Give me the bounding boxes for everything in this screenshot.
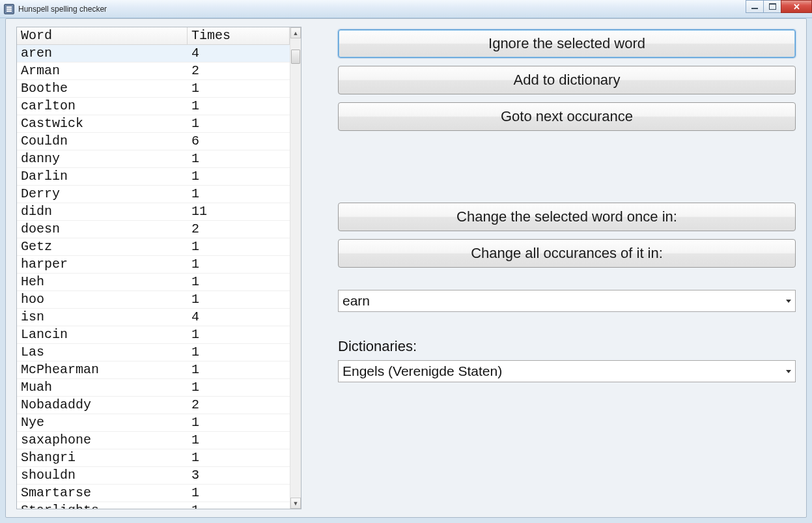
cell-word: didn: [17, 203, 188, 220]
cell-times: 1: [188, 502, 290, 509]
table-row[interactable]: Nobadaddy2: [17, 397, 290, 414]
table-row[interactable]: isn4: [17, 309, 290, 326]
table-row[interactable]: danny1: [17, 150, 290, 168]
table-row[interactable]: Smartarse1: [17, 485, 290, 502]
table-row[interactable]: carlton1: [17, 98, 290, 115]
table-row[interactable]: harper1: [17, 256, 290, 274]
cell-times: 1: [188, 344, 290, 361]
cell-word: Las: [17, 344, 188, 361]
cell-word: Heh: [17, 274, 188, 290]
window-title: Hunspell spelling checker: [18, 5, 107, 14]
chevron-down-icon: [786, 300, 791, 303]
cell-times: 1: [188, 80, 290, 97]
cell-times: 3: [188, 467, 290, 484]
close-button[interactable]: ✕: [781, 0, 812, 13]
table-row[interactable]: Castwick1: [17, 115, 290, 133]
table-row[interactable]: Lancin1: [17, 326, 290, 344]
table-row[interactable]: shouldn3: [17, 467, 290, 485]
dictionaries-label: Dictionaries:: [338, 338, 796, 355]
scroll-thumb[interactable]: [291, 49, 300, 64]
cell-times: 1: [188, 326, 290, 343]
header-times[interactable]: Times: [188, 27, 290, 44]
cell-times: 11: [188, 203, 290, 220]
change-once-button[interactable]: Change the selected word once in:: [338, 203, 796, 231]
cell-times: 1: [188, 291, 290, 308]
cell-times: 1: [188, 98, 290, 115]
titlebar: Hunspell spelling checker ✕: [0, 0, 812, 18]
table-row[interactable]: Getz1: [17, 238, 290, 256]
table-row[interactable]: Arman2: [17, 63, 290, 80]
cell-times: 1: [188, 256, 290, 273]
cell-word: Arman: [17, 63, 188, 79]
cell-times: 1: [188, 432, 290, 449]
cell-times: 1: [188, 168, 290, 185]
maximize-button[interactable]: [763, 0, 781, 13]
table-row[interactable]: Las1: [17, 344, 290, 361]
scroll-down-button[interactable]: ▼: [290, 498, 301, 509]
word-list-inner: Word Times aren4Arman2Boothe1carlton1Cas…: [17, 27, 290, 509]
table-row[interactable]: Muah1: [17, 379, 290, 397]
add-dictionary-button[interactable]: Add to dictionary: [338, 66, 796, 94]
cell-word: saxaphone: [17, 432, 188, 449]
controls-panel: Ignore the selected word Add to dictiona…: [301, 27, 796, 509]
cell-word: aren: [17, 45, 188, 62]
cell-word: hoo: [17, 291, 188, 308]
table-row[interactable]: Derry1: [17, 186, 290, 203]
cell-times: 2: [188, 221, 290, 238]
cell-times: 4: [188, 309, 290, 326]
cell-word: carlton: [17, 98, 188, 115]
cell-times: 1: [188, 274, 290, 290]
window-controls: ✕: [746, 0, 812, 13]
cell-times: 1: [188, 485, 290, 502]
cell-times: 1: [188, 150, 290, 167]
cell-times: 1: [188, 186, 290, 203]
cell-word: shouldn: [17, 467, 188, 484]
scrollbar[interactable]: ▲ ▼: [290, 27, 301, 509]
cell-times: 1: [188, 414, 290, 431]
cell-word: Darlin: [17, 168, 188, 185]
cell-word: Castwick: [17, 115, 188, 132]
table-row[interactable]: Darlin1: [17, 168, 290, 186]
cell-times: 2: [188, 63, 290, 79]
app-icon: [4, 4, 14, 14]
table-row[interactable]: doesn2: [17, 221, 290, 238]
table-row[interactable]: Shangri1: [17, 449, 290, 467]
table-row[interactable]: Couldn6: [17, 133, 290, 150]
goto-next-button[interactable]: Goto next occurance: [338, 102, 796, 131]
cell-times: 1: [188, 238, 290, 255]
cell-word: Muah: [17, 379, 188, 396]
table-row[interactable]: Starlights1: [17, 502, 290, 509]
minimize-button[interactable]: [746, 0, 764, 13]
scroll-up-button[interactable]: ▲: [290, 27, 301, 38]
suggestion-combo[interactable]: earn: [338, 290, 796, 312]
table-row[interactable]: McPhearman1: [17, 361, 290, 379]
cell-times: 2: [188, 397, 290, 414]
cell-word: Lancin: [17, 326, 188, 343]
cell-times: 6: [188, 133, 290, 150]
cell-word: Nobadaddy: [17, 397, 188, 414]
table-row[interactable]: saxaphone1: [17, 432, 290, 449]
dictionaries-combo[interactable]: Engels (Verenigde Staten): [338, 360, 796, 382]
table-row[interactable]: Nye1: [17, 414, 290, 432]
change-all-button[interactable]: Change all occurances of it in:: [338, 239, 796, 268]
table-row[interactable]: aren4: [17, 45, 290, 63]
cell-word: doesn: [17, 221, 188, 238]
cell-times: 1: [188, 449, 290, 466]
cell-times: 4: [188, 45, 290, 62]
cell-word: McPhearman: [17, 361, 188, 378]
table-row[interactable]: Boothe1: [17, 80, 290, 98]
word-list: Word Times aren4Arman2Boothe1carlton1Cas…: [16, 27, 301, 509]
cell-word: harper: [17, 256, 188, 273]
table-row[interactable]: didn11: [17, 203, 290, 221]
table-header: Word Times: [17, 27, 290, 45]
header-word[interactable]: Word: [17, 27, 188, 44]
client-area: Word Times aren4Arman2Boothe1carlton1Cas…: [5, 18, 807, 518]
ignore-button[interactable]: Ignore the selected word: [338, 29, 796, 58]
table-row[interactable]: Heh1: [17, 274, 290, 291]
table-row[interactable]: hoo1: [17, 291, 290, 309]
cell-word: Starlights: [17, 502, 188, 509]
suggestion-value: earn: [343, 293, 370, 309]
cell-word: Boothe: [17, 80, 188, 97]
cell-word: Getz: [17, 238, 188, 255]
cell-word: Smartarse: [17, 485, 188, 502]
